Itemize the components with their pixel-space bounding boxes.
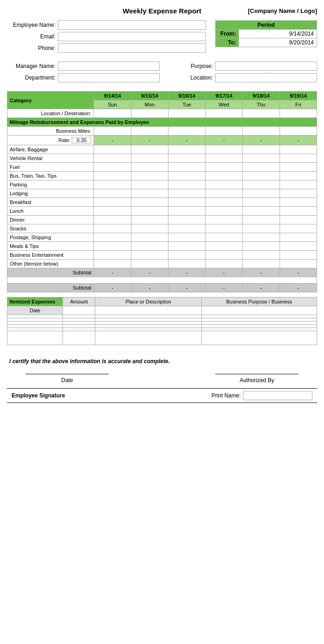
business-miles-label: Business Miles: bbox=[7, 127, 94, 136]
table-row: Meals & Tips bbox=[7, 242, 317, 251]
row-label-5: Lodging bbox=[7, 189, 94, 198]
subtotal-label-2: Subtotal bbox=[7, 284, 94, 292]
manager-name-input[interactable] bbox=[58, 62, 160, 71]
row-label-breakfast: Breakfast bbox=[7, 198, 94, 207]
sub1-2: - bbox=[168, 268, 205, 277]
date-sig-label: Date bbox=[61, 377, 73, 384]
location-label: Location: bbox=[164, 74, 215, 81]
subtotal-label-1: Subtotal bbox=[7, 268, 94, 277]
table-row: Vehicle Rental bbox=[7, 154, 317, 163]
rate-dash-1: - bbox=[131, 136, 168, 145]
rate-dash-5: - bbox=[280, 136, 317, 145]
itemized-row bbox=[7, 322, 317, 325]
table-row: Bus, Train, Taxi, Tips bbox=[7, 172, 317, 180]
to-value: 9/20/2014 bbox=[239, 38, 317, 47]
itemized-header: Itemized Expenses bbox=[7, 297, 63, 306]
sub2-2: - bbox=[168, 284, 205, 292]
table-row: Parking bbox=[7, 180, 317, 189]
rate-dash-4: - bbox=[243, 136, 280, 145]
table-row: Dinner bbox=[7, 216, 317, 224]
period-header: Period bbox=[216, 21, 317, 29]
day-4-name: Thu bbox=[243, 100, 280, 109]
employee-name-input[interactable] bbox=[58, 20, 206, 30]
day-2-name: Tue bbox=[168, 100, 205, 109]
phone-label: Phone: bbox=[7, 45, 58, 51]
period-box: Period From: 9/14/2014 To: 9/20/2014 bbox=[215, 20, 317, 47]
table-row: Airfare, Baggage bbox=[7, 145, 317, 154]
table-row: Postage, Shipping bbox=[7, 233, 317, 242]
purpose-col-header: Business Purpose / Business bbox=[202, 297, 317, 306]
row-label-12: Business Entertainment bbox=[7, 251, 94, 260]
manager-name-label: Manager Name: bbox=[7, 63, 58, 69]
day-5-name: Fri bbox=[280, 100, 317, 109]
itemized-row bbox=[7, 318, 317, 322]
day-5-date: 9/19/14 bbox=[280, 92, 317, 100]
row-label-10: Postage, Shipping bbox=[7, 233, 94, 242]
loc-4[interactable] bbox=[243, 109, 280, 118]
table-row: Fuel bbox=[7, 163, 317, 172]
day-0-date: 9/14/14 bbox=[94, 92, 131, 100]
table-row: Other (Itemize below) bbox=[7, 260, 317, 268]
email-input[interactable] bbox=[58, 32, 206, 41]
day-1-date: 9/15/14 bbox=[131, 92, 168, 100]
sub2-4: - bbox=[243, 284, 280, 292]
miles-4[interactable] bbox=[243, 127, 280, 136]
certification-text: I certify that the above information is … bbox=[7, 353, 317, 369]
loc-2[interactable] bbox=[168, 109, 205, 118]
amount-col-header: Amount bbox=[63, 297, 95, 306]
row-label-1: Vehicle Rental bbox=[7, 154, 94, 163]
phone-input[interactable] bbox=[58, 43, 206, 53]
miles-3[interactable] bbox=[206, 127, 243, 136]
sub2-5: - bbox=[280, 284, 317, 292]
itemized-table: Itemized Expenses Amount Place or Descri… bbox=[7, 297, 317, 345]
mileage-section-header: Mileage Reimbursement and Expenses Paid … bbox=[7, 118, 317, 127]
itemized-row bbox=[7, 328, 317, 331]
day-1-name: Mon bbox=[131, 100, 168, 109]
subtotal-row-2: Subtotal - - - - - - bbox=[7, 284, 317, 292]
email-label: Email: bbox=[7, 33, 58, 40]
rate-dash-2: - bbox=[168, 136, 205, 145]
rate-input[interactable] bbox=[72, 137, 91, 143]
location-input[interactable] bbox=[215, 73, 317, 82]
loc-5[interactable] bbox=[280, 109, 317, 118]
loc-0[interactable] bbox=[94, 109, 131, 118]
row-label-4: Parking bbox=[7, 180, 94, 189]
print-name-input[interactable] bbox=[243, 391, 312, 400]
table-row: Lunch bbox=[7, 207, 317, 216]
print-name-label: Print Name: bbox=[212, 392, 241, 399]
bottom-signature-row: Employee Signature Print Name: bbox=[7, 388, 317, 403]
itemized-row bbox=[7, 325, 317, 328]
row-label-7: Lunch bbox=[7, 207, 94, 216]
row-label-11: Meals & Tips bbox=[7, 242, 94, 251]
row-label-13: Other (Itemize below) bbox=[7, 260, 94, 268]
category-header: Category bbox=[7, 92, 94, 109]
miles-1[interactable] bbox=[131, 127, 168, 136]
sub2-3: - bbox=[206, 284, 243, 292]
day-4-date: 9/18/14 bbox=[243, 92, 280, 100]
employee-name-label: Employee Name: bbox=[7, 22, 58, 28]
sub1-0: - bbox=[94, 268, 131, 277]
expense-table: Category 9/14/14 9/15/14 9/16/14 9/17/14… bbox=[7, 91, 317, 292]
dept-input[interactable] bbox=[58, 73, 160, 82]
to-label: To: bbox=[216, 38, 239, 47]
miles-0[interactable] bbox=[94, 127, 131, 136]
sub1-3: - bbox=[206, 268, 243, 277]
location-dest-label: Location / Destination: bbox=[7, 109, 94, 118]
loc-1[interactable] bbox=[131, 109, 168, 118]
row-label-3: Bus, Train, Taxi, Tips bbox=[7, 172, 94, 180]
rate-label: Rate: bbox=[7, 136, 94, 145]
table-row: Lodging bbox=[7, 189, 317, 198]
from-value: 9/14/2014 bbox=[239, 30, 317, 38]
dept-label: Department: bbox=[7, 74, 58, 81]
miles-5[interactable] bbox=[280, 127, 317, 136]
loc-3[interactable] bbox=[206, 109, 243, 118]
sub1-4: - bbox=[243, 268, 280, 277]
rate-dash-0: - bbox=[94, 136, 131, 145]
sub2-0: - bbox=[94, 284, 131, 292]
miles-2[interactable] bbox=[168, 127, 205, 136]
purpose-input[interactable] bbox=[215, 62, 317, 71]
itemized-row bbox=[7, 331, 317, 345]
date-col-label: Date bbox=[7, 306, 63, 315]
auth-label: Authorized By bbox=[240, 377, 274, 384]
table-row: Snacks bbox=[7, 224, 317, 233]
